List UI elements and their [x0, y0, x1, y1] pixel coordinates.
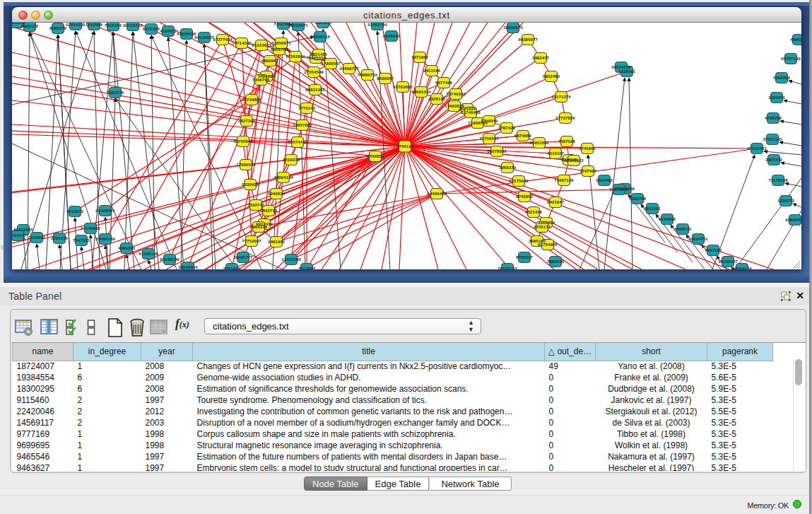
svg-text:3518233: 3518233 [283, 157, 300, 162]
svg-text:1745961: 1745961 [579, 146, 596, 151]
svg-text:01429401: 01429401 [95, 208, 115, 213]
svg-text:1326773: 1326773 [777, 198, 795, 203]
svg-text:3709859: 3709859 [367, 153, 384, 158]
svg-text:57262849: 57262849 [286, 54, 305, 59]
svg-text:7917693: 7917693 [298, 266, 316, 269]
svg-text:4896383: 4896383 [790, 37, 801, 42]
svg-text:29946804: 29946804 [178, 264, 198, 269]
svg-text:1824493: 1824493 [596, 177, 613, 182]
svg-text:87277434: 87277434 [213, 37, 233, 42]
svg-text:25135427: 25135427 [718, 259, 738, 264]
svg-text:3482477: 3482477 [532, 55, 550, 60]
svg-text:1491905: 1491905 [268, 239, 286, 244]
svg-text:02654235: 02654235 [66, 23, 86, 27]
svg-text:0842710: 0842710 [260, 208, 278, 213]
svg-text:4966319: 4966319 [250, 224, 268, 229]
svg-text:4316117: 4316117 [547, 151, 564, 156]
svg-text:7816184: 7816184 [105, 23, 122, 28]
svg-text:80112805: 80112805 [13, 227, 33, 232]
svg-text:6690967: 6690967 [261, 58, 279, 63]
svg-text:6204505: 6204505 [12, 233, 27, 238]
svg-text:54145868: 54145868 [81, 226, 100, 230]
svg-text:9421047: 9421047 [547, 199, 565, 204]
svg-text:65648236: 65648236 [160, 257, 180, 262]
svg-text:82175946: 82175946 [509, 178, 529, 183]
svg-text:6475255: 6475255 [143, 26, 160, 31]
svg-text:0812191: 0812191 [644, 206, 661, 211]
svg-text:00524278: 00524278 [611, 64, 631, 69]
svg-text:96532871: 96532871 [288, 23, 308, 28]
svg-text:3747407: 3747407 [579, 168, 597, 173]
svg-text:94406409: 94406409 [427, 191, 447, 196]
svg-text:3387262: 3387262 [765, 157, 783, 162]
svg-text:7991183: 7991183 [705, 247, 722, 252]
svg-text:76320163: 76320163 [498, 266, 517, 269]
svg-text:5098393: 5098393 [773, 75, 791, 80]
svg-text:37996507: 37996507 [321, 61, 341, 66]
svg-text:4216073: 4216073 [66, 209, 84, 214]
svg-text:7889579: 7889579 [547, 259, 565, 264]
svg-text:62729806: 62729806 [242, 97, 261, 102]
svg-text:81754965: 81754965 [538, 242, 558, 247]
svg-text:17080531: 17080531 [236, 162, 256, 167]
svg-text:80831367: 80831367 [305, 87, 325, 92]
svg-text:9521456: 9521456 [525, 209, 543, 214]
svg-text:64835030: 64835030 [177, 31, 196, 36]
svg-text:64139537: 64139537 [194, 35, 214, 40]
svg-text:61595148: 61595148 [139, 251, 158, 256]
svg-text:8148932: 8148932 [383, 33, 401, 38]
svg-text:34874016: 34874016 [609, 187, 629, 192]
svg-text:1399049: 1399049 [481, 118, 498, 123]
svg-text:5009788: 5009788 [629, 196, 647, 201]
svg-text:1671902: 1671902 [411, 54, 429, 59]
svg-text:7770143: 7770143 [298, 105, 316, 110]
svg-text:8677496: 8677496 [435, 80, 453, 85]
svg-text:71756551: 71756551 [479, 136, 499, 141]
svg-text:1627204: 1627204 [238, 118, 256, 123]
svg-text:51850671: 51850671 [271, 40, 291, 45]
svg-text:13171274: 13171274 [551, 94, 571, 99]
svg-text:02606474: 02606474 [785, 217, 801, 222]
svg-text:9600133: 9600133 [21, 23, 39, 28]
svg-text:34624751: 34624751 [688, 236, 708, 241]
svg-text:2260256: 2260256 [51, 235, 69, 240]
svg-text:79740344: 79740344 [446, 91, 466, 96]
svg-text:73178108: 73178108 [768, 177, 788, 182]
svg-text:71746488: 71746488 [461, 110, 481, 115]
svg-text:98084124: 98084124 [732, 266, 752, 269]
svg-text:99091334: 99091334 [411, 89, 431, 94]
svg-text:60385977: 60385977 [518, 37, 538, 42]
svg-text:28809570: 28809570 [503, 25, 523, 30]
svg-text:5240824: 5240824 [268, 191, 286, 196]
svg-text:7346706: 7346706 [252, 77, 270, 82]
svg-text:4060883: 4060883 [118, 245, 136, 250]
svg-text:15451680: 15451680 [529, 140, 549, 145]
svg-text:34714345: 34714345 [232, 40, 252, 45]
svg-text:2328120: 2328120 [428, 96, 446, 101]
svg-text:9636057: 9636057 [377, 76, 394, 81]
svg-text:0932480: 0932480 [543, 74, 560, 78]
svg-text:5674680: 5674680 [514, 133, 532, 138]
svg-text:86578091: 86578091 [487, 148, 507, 153]
svg-text:37631165: 37631165 [763, 136, 782, 141]
svg-text:85574443: 85574443 [288, 139, 307, 144]
svg-text:36995777: 36995777 [233, 255, 253, 259]
svg-text:8386379: 8386379 [49, 25, 67, 30]
svg-text:7543303: 7543303 [73, 238, 90, 243]
svg-text:6193990: 6193990 [659, 216, 676, 221]
svg-text:2787429: 2787429 [498, 125, 516, 130]
svg-text:7187026: 7187026 [558, 139, 576, 144]
svg-text:49894134: 49894134 [273, 175, 293, 180]
svg-text:7193745: 7193745 [247, 202, 265, 207]
svg-text:4738299: 4738299 [765, 115, 782, 120]
svg-text:9743953: 9743953 [516, 194, 534, 199]
svg-text:0330923: 0330923 [242, 182, 259, 187]
svg-text:5430391: 5430391 [618, 69, 636, 74]
svg-text:8708317: 8708317 [516, 255, 534, 259]
svg-text:9821465: 9821465 [310, 52, 328, 57]
svg-text:1226916: 1226916 [314, 23, 332, 25]
svg-text:62386922: 62386922 [564, 158, 584, 163]
svg-text:65787133: 65787133 [781, 56, 801, 61]
svg-text:77752047: 77752047 [242, 238, 261, 243]
svg-text:55698169: 55698169 [95, 236, 115, 241]
